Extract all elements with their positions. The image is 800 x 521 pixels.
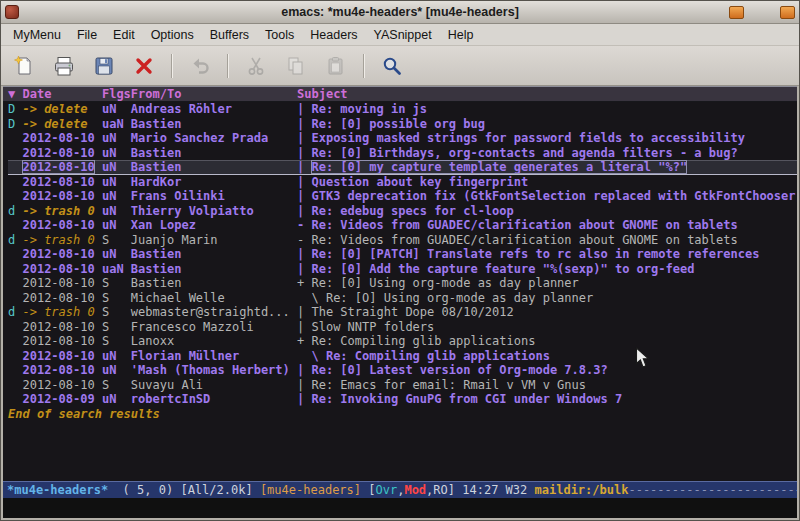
- search-icon: [381, 55, 403, 77]
- row-from: Florian Müllner: [131, 349, 297, 363]
- header-row[interactable]: D -> delete uN Andreas Röhler | Re: movi…: [8, 102, 797, 117]
- row-thread-indicator: |: [297, 117, 311, 131]
- row-thread-indicator: -: [297, 218, 311, 232]
- row-from: Bastien: [131, 146, 297, 160]
- header-row[interactable]: 2012-08-10 uN Bastien | Re: [0] my captu…: [8, 160, 797, 175]
- header-row[interactable]: d -> trash 0 S webmaster@straightd... | …: [8, 305, 797, 320]
- row-subject: Re: Compiling glib applications: [311, 334, 535, 348]
- header-row[interactable]: D -> delete uaN Bastien | Re: [0] possib…: [8, 117, 797, 132]
- header-row[interactable]: 2012-08-10 uN Bastien | Re: [0] Birthday…: [8, 146, 797, 161]
- column-header-from[interactable]: From/To: [131, 87, 297, 101]
- undo-icon: [189, 55, 211, 77]
- row-from: 'Mash (Thomas Herbert): [131, 363, 297, 377]
- header-row[interactable]: 2012-08-10 uN Frans Oilinki | GTK3 depre…: [8, 189, 797, 204]
- close-button[interactable]: [780, 6, 795, 19]
- header-row[interactable]: 2012-08-10 uN 'Mash (Thomas Herbert) | R…: [8, 363, 797, 378]
- row-mark: [8, 247, 22, 261]
- row-mark: [8, 378, 22, 392]
- menu-bar: MyMenuFileEditOptionsBuffersToolsHeaders…: [1, 24, 799, 46]
- row-mark: [8, 320, 22, 334]
- header-row[interactable]: 2012-08-10 S Bastien + Re: [0] Using org…: [8, 276, 797, 291]
- header-row[interactable]: 2012-08-10 uN Florian Müllner \ Re: Comp…: [8, 349, 797, 364]
- row-thread-indicator: |: [297, 102, 311, 116]
- cut-icon: [245, 55, 267, 77]
- row-subject: Re: Videos from GUADEC/clarification abo…: [311, 233, 737, 247]
- menu-item-buffers[interactable]: Buffers: [202, 26, 257, 44]
- header-row[interactable]: 2012-08-10 uN Mario Sanchez Prada | Expo…: [8, 131, 797, 146]
- toolbar-separator: [171, 54, 173, 78]
- row-flags: uN: [102, 160, 131, 174]
- row-thread-indicator: |: [297, 160, 311, 174]
- header-row[interactable]: 2012-08-10 S Michael Welle \ Re: [O] Usi…: [8, 291, 797, 306]
- menu-item-edit[interactable]: Edit: [105, 26, 143, 44]
- header-row[interactable]: 2012-08-10 uN HardKor | Question about k…: [8, 175, 797, 190]
- column-header-date[interactable]: Date: [22, 87, 101, 101]
- row-gap: [95, 218, 102, 232]
- header-row[interactable]: 2012-08-09 uN robertcInSD | Re: Invoking…: [8, 392, 797, 407]
- toolbar-print-button[interactable]: [49, 51, 79, 81]
- header-row[interactable]: 2012-08-10 S Suvayu Ali | Re: Emacs for …: [8, 378, 797, 393]
- menu-item-help[interactable]: Help: [440, 26, 482, 44]
- row-gap: [95, 378, 102, 392]
- new-file-icon: [13, 55, 35, 77]
- toolbar-copy-button: [281, 51, 311, 81]
- headers-list: D -> delete uN Andreas Röhler | Re: movi…: [3, 102, 797, 481]
- row-mark: [8, 349, 22, 363]
- menu-item-mymenu[interactable]: MyMenu: [5, 26, 69, 44]
- row-gap: [95, 334, 102, 348]
- row-gap: [95, 320, 102, 334]
- menu-item-headers[interactable]: Headers: [302, 26, 365, 44]
- header-row[interactable]: 2012-08-10 uaN Bastien | Re: [0] Add the…: [8, 262, 797, 277]
- menu-item-tools[interactable]: Tools: [257, 26, 302, 44]
- window-title: emacs: *mu4e-headers* [mu4e-headers]: [1, 5, 799, 19]
- column-header-subject[interactable]: Subject: [297, 87, 348, 101]
- row-subject: Re: [0] possible org bug: [311, 117, 484, 131]
- row-date: -> trash 0: [22, 305, 94, 319]
- header-row[interactable]: d -> trash 0 S Juanjo Marin - Re: Videos…: [8, 233, 797, 248]
- toolbar-new-file-button[interactable]: [9, 51, 39, 81]
- echo-area[interactable]: [3, 498, 797, 518]
- toolbar-search-button[interactable]: [377, 51, 407, 81]
- row-thread-indicator: -: [297, 233, 311, 247]
- row-gap: [95, 204, 102, 218]
- row-flags: S: [102, 334, 131, 348]
- row-date: -> delete: [22, 102, 94, 116]
- toolbar-close-button[interactable]: [129, 51, 159, 81]
- row-flags: uN: [102, 204, 131, 218]
- row-subject: Exposing masked strings for password fie…: [311, 131, 744, 145]
- modeline-plain: ]: [448, 483, 462, 497]
- row-mark: [8, 131, 22, 145]
- row-thread-indicator: |: [297, 175, 311, 189]
- header-row[interactable]: 2012-08-10 uN Xan Lopez - Re: Videos fro…: [8, 218, 797, 233]
- column-header-flags[interactable]: Flgs: [102, 87, 131, 101]
- menu-item-yasnippet[interactable]: YASnippet: [366, 26, 440, 44]
- menu-item-options[interactable]: Options: [143, 26, 202, 44]
- titlebar[interactable]: emacs: *mu4e-headers* [mu4e-headers]: [1, 1, 799, 24]
- toolbar-save-button[interactable]: [89, 51, 119, 81]
- row-date: -> delete: [22, 117, 94, 131]
- row-thread-indicator: |: [297, 146, 311, 160]
- row-date: 2012-08-10: [22, 146, 94, 160]
- modeline-buffer-name: *mu4e-headers*: [7, 483, 108, 497]
- row-date: 2012-08-10: [22, 291, 94, 305]
- header-row[interactable]: 2012-08-10 S Francesco Mazzoli | Slow NN…: [8, 320, 797, 335]
- row-flags: uN: [102, 218, 131, 232]
- minimize-button[interactable]: [729, 6, 744, 19]
- row-date: 2012-08-10: [22, 262, 94, 276]
- header-row[interactable]: 2012-08-10 uN Bastien | Re: [0] [PATCH] …: [8, 247, 797, 262]
- row-gap: [95, 363, 102, 377]
- modeline-plain: [All/2.0k]: [180, 483, 259, 497]
- menu-item-file[interactable]: File: [69, 26, 105, 44]
- row-from: Bastien: [131, 160, 297, 174]
- row-flags: uN: [102, 247, 131, 261]
- row-date: -> trash 0: [22, 204, 94, 218]
- row-gap: [95, 349, 102, 363]
- row-gap: [95, 305, 102, 319]
- header-row[interactable]: 2012-08-10 S Lanoxx + Re: Compiling glib…: [8, 334, 797, 349]
- row-gap: [95, 189, 102, 203]
- row-date: 2012-08-10: [22, 363, 94, 377]
- row-thread-indicator: \: [297, 349, 326, 363]
- column-headers[interactable]: ▼ Date FlgsFrom/To Subject: [3, 86, 797, 102]
- header-row[interactable]: d -> trash 0 uN Thierry Volpiatto | Re: …: [8, 204, 797, 219]
- emacs-window: emacs: *mu4e-headers* [mu4e-headers] MyM…: [0, 0, 800, 521]
